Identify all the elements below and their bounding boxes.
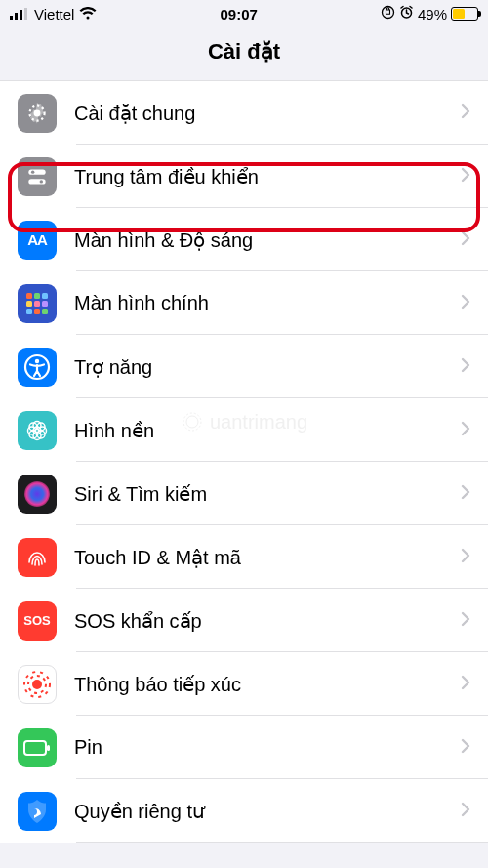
svg-point-11 [40,180,43,183]
svg-point-33 [24,481,50,507]
sos-text: SOS [23,613,50,628]
battery-icon [451,7,478,21]
row-label: Trợ năng [74,355,461,379]
touchid-icon [18,538,57,577]
row-label: Màn hình & Độ sáng [74,228,461,252]
settings-row-privacy[interactable]: Quyền riêng tư [0,779,488,843]
svg-rect-16 [34,301,40,307]
row-label: Màn hình chính [74,292,461,314]
control-center-icon [18,157,57,196]
chevron-right-icon [461,802,470,821]
svg-rect-17 [42,301,48,307]
chevron-right-icon [461,103,470,123]
svg-point-9 [31,170,34,173]
accessibility-icon [18,348,57,387]
home-screen-icon [18,284,57,323]
svg-rect-12 [26,293,32,299]
row-label: Thông báo tiếp xúc [74,673,461,696]
chevron-right-icon [461,484,470,504]
svg-point-22 [35,358,39,362]
row-label: Quyền riêng tư [74,800,461,823]
status-time: 09:07 [221,6,258,22]
privacy-icon [18,792,57,831]
svg-rect-2 [20,10,22,20]
svg-rect-37 [24,741,46,755]
exposure-icon [18,665,57,704]
settings-row-general[interactable]: Cài đặt chung [0,81,488,145]
settings-row-display[interactable]: AAMàn hình & Độ sáng [0,208,488,271]
chevron-right-icon [461,738,470,758]
page-title: Cài đặt [0,39,488,64]
settings-row-touchid[interactable]: Touch ID & Mật mã [0,525,488,589]
row-label: Touch ID & Mật mã [74,546,461,569]
chevron-right-icon [461,294,470,313]
status-right: 49% [381,5,478,22]
svg-rect-3 [24,8,27,20]
settings-row-wallpaper[interactable]: Hình nền [0,398,488,462]
svg-rect-18 [26,309,32,314]
chevron-right-icon [461,357,470,377]
settings-row-control-center[interactable]: Trung tâm điều khiển [0,145,488,208]
row-label: Hình nền [74,419,461,442]
svg-rect-13 [34,293,40,299]
carrier-label: Viettel [34,6,74,22]
row-label: SOS khẩn cấp [74,609,461,633]
wallpaper-icon [18,411,57,450]
settings-row-battery[interactable]: Pin [0,716,488,779]
svg-rect-20 [42,309,48,314]
svg-rect-1 [15,13,18,20]
chevron-right-icon [461,611,470,631]
settings-row-accessibility[interactable]: Trợ năng [0,335,488,398]
page-header: Cài đặt [0,27,488,80]
sos-icon: SOS [18,601,57,641]
svg-rect-38 [47,745,50,751]
svg-point-34 [32,680,42,689]
settings-row-sos[interactable]: SOSSOS khẩn cấp [0,589,488,652]
chevron-right-icon [461,421,470,440]
battery-icon [18,728,57,767]
status-left: Viettel [10,6,97,22]
settings-list[interactable]: Cài đặt chungTrung tâm điều khiểnAAMàn h… [0,80,488,843]
svg-rect-15 [26,301,32,307]
chevron-right-icon [461,548,470,567]
wifi-icon [79,6,97,22]
separator [76,842,488,843]
display-icon: AA [18,221,57,260]
svg-rect-14 [42,293,48,299]
settings-row-siri[interactable]: Siri & Tìm kiếm [0,462,488,525]
row-label: Pin [74,736,461,759]
chevron-right-icon [461,230,470,250]
svg-rect-0 [10,16,13,20]
row-label: Cài đặt chung [74,102,461,125]
general-icon [18,94,57,133]
siri-icon [18,475,57,514]
signal-icon [10,6,29,22]
svg-rect-19 [34,309,40,314]
settings-screen: Viettel 09:07 49% Cài đặt Cài đặt chungT… [0,0,488,868]
orientation-lock-icon [381,5,395,22]
row-label: Trung tâm điều khiển [74,165,461,188]
chevron-right-icon [461,167,470,186]
row-label: Siri & Tìm kiếm [74,482,461,506]
chevron-right-icon [461,675,470,694]
settings-row-home-screen[interactable]: Màn hình chính [0,271,488,335]
alarm-icon [399,5,414,22]
battery-pct-label: 49% [418,6,447,22]
settings-row-exposure[interactable]: Thông báo tiếp xúc [0,652,488,716]
status-bar: Viettel 09:07 49% [0,0,488,27]
